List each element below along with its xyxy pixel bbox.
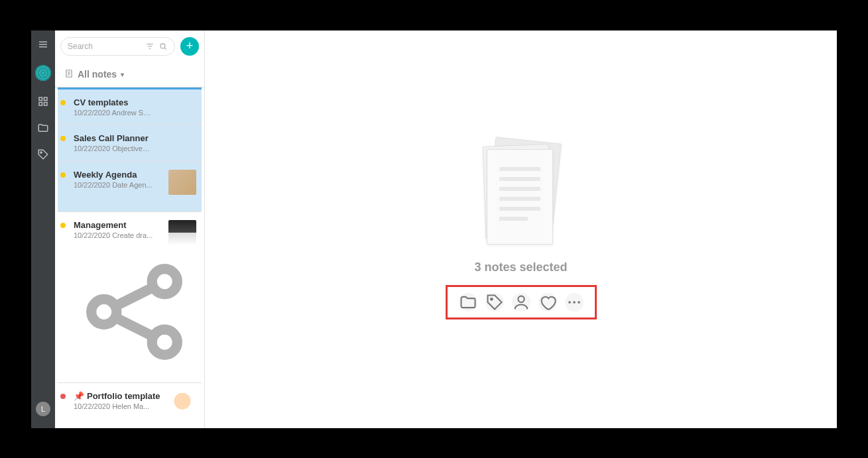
note-meta: 10/22/2020 Andrew Smith Date of bi... (74, 109, 153, 117)
notes-scroll-area[interactable]: CV templates 10/22/2020 Andrew Smith Dat… (55, 87, 204, 428)
note-thumbnail (168, 170, 196, 195)
icon-sidebar: L (31, 30, 55, 428)
svg-point-31 (578, 301, 580, 304)
share-icon (74, 251, 195, 374)
move-to-folder-button[interactable] (459, 293, 477, 312)
app-logo-icon[interactable] (35, 65, 51, 81)
tag-icon[interactable] (37, 148, 49, 160)
svg-point-30 (573, 301, 576, 304)
svg-rect-3 (39, 97, 42, 101)
svg-rect-6 (44, 102, 48, 105)
svg-point-29 (568, 301, 571, 304)
note-list-panel: + All notes ▾ CV templates 10/22/2020 An… (55, 30, 205, 428)
svg-line-12 (164, 48, 166, 50)
color-dot (60, 100, 66, 105)
note-item[interactable]: 📌 Portfolio template 10/22/2020 Helen Ma… (58, 383, 202, 428)
share-button[interactable] (512, 293, 530, 312)
color-dot (60, 223, 66, 228)
menu-icon[interactable] (37, 38, 49, 50)
color-dot (60, 136, 66, 141)
color-dot (60, 394, 66, 399)
selection-illustration: 3 notes selected (454, 141, 589, 317)
note-meta: 10/22/2020 Date Agen... (74, 181, 153, 189)
notelist-header: + (55, 30, 204, 62)
add-note-button[interactable]: + (180, 37, 199, 56)
action-bar (454, 288, 589, 317)
svg-point-28 (518, 296, 524, 302)
more-actions-button[interactable] (565, 293, 584, 312)
folder-icon[interactable] (37, 122, 49, 134)
user-avatar[interactable]: L (36, 402, 50, 416)
svg-line-21 (114, 317, 155, 337)
svg-point-7 (40, 151, 42, 152)
color-dot (60, 172, 66, 178)
search-box[interactable] (60, 37, 175, 56)
grid-icon[interactable] (37, 95, 49, 107)
pin-icon: 📌 (74, 391, 84, 401)
note-icon (64, 69, 74, 80)
add-tag-button[interactable] (485, 293, 504, 312)
note-title: CV templates (74, 97, 195, 107)
note-item[interactable]: Sales Call Planner 10/22/2020 Objectives… (58, 125, 202, 162)
filter-icon[interactable] (145, 42, 155, 51)
share-icon (74, 422, 195, 428)
app-window: L + All notes ▾ (31, 30, 837, 428)
svg-point-27 (490, 298, 492, 300)
selection-count-text: 3 notes selected (474, 260, 567, 274)
svg-rect-4 (44, 97, 48, 101)
notelist-title-text: All notes (78, 69, 117, 80)
note-thumbnail (168, 220, 196, 245)
main-content-area: 3 notes selected (205, 30, 837, 428)
notelist-title-dropdown[interactable]: All notes ▾ (55, 62, 204, 87)
document-stack-icon (481, 141, 561, 247)
note-item[interactable]: Weekly Agenda 10/22/2020 Date Agen... (58, 162, 202, 212)
note-meta: 10/22/2020 Create dra... (74, 231, 153, 239)
search-icon[interactable] (158, 42, 168, 51)
chevron-down-icon: ▾ (121, 71, 124, 78)
note-meta: 10/22/2020 Helen Ma... (74, 402, 153, 410)
svg-rect-5 (39, 102, 42, 105)
search-input[interactable] (68, 42, 141, 51)
note-item[interactable]: Management 10/22/2020 Create dra... (58, 212, 202, 383)
note-title: Sales Call Planner (74, 133, 195, 143)
note-item[interactable]: CV templates 10/22/2020 Andrew Smith Dat… (58, 87, 202, 125)
note-thumbnail (168, 391, 196, 416)
favorite-button[interactable] (538, 293, 557, 312)
note-meta: 10/22/2020 Objectives 💢 Schedule ... (74, 144, 153, 153)
svg-point-11 (160, 43, 165, 48)
svg-line-20 (114, 286, 155, 307)
